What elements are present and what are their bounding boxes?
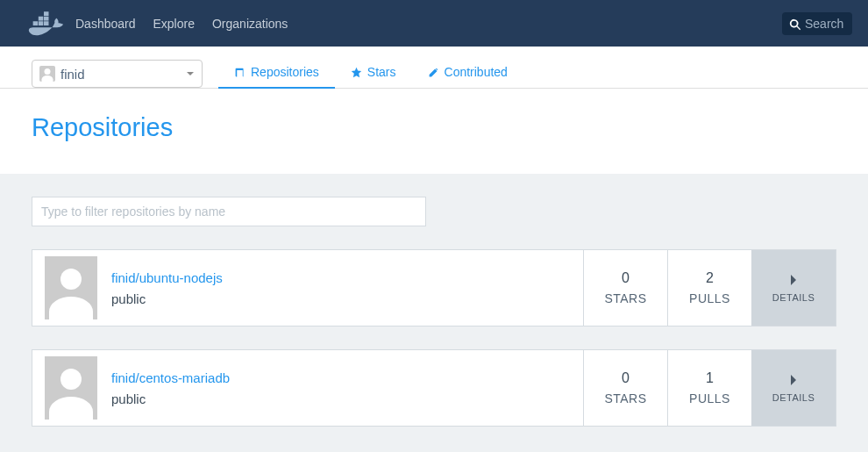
- page-heading: Repositories: [0, 89, 868, 174]
- stars-value: 0: [622, 270, 630, 286]
- repo-main: finid/centos-mariadb public: [32, 350, 583, 426]
- svg-rect-4: [44, 16, 49, 20]
- user-avatar-icon: [39, 66, 55, 82]
- details-button[interactable]: DETAILS: [751, 250, 836, 326]
- edit-icon: [428, 67, 439, 78]
- svg-rect-3: [39, 16, 44, 20]
- chevron-right-icon: [786, 373, 800, 387]
- repo-main: finid/ubuntu-nodejs public: [32, 250, 583, 326]
- details-label: DETAILS: [772, 392, 815, 403]
- nav-explore[interactable]: Explore: [153, 17, 195, 31]
- svg-rect-2: [44, 21, 49, 25]
- repo-visibility: public: [111, 391, 230, 406]
- nav-organizations[interactable]: Organizations: [212, 17, 288, 31]
- content-area: finid/ubuntu-nodejs public 0 STARS 2 PUL…: [0, 174, 868, 452]
- top-nav-links: Dashboard Explore Organizations: [75, 17, 288, 31]
- repo-card: finid/ubuntu-nodejs public 0 STARS 2 PUL…: [32, 249, 836, 326]
- stars-value: 0: [622, 370, 630, 386]
- pulls-label: PULLS: [689, 291, 730, 305]
- docker-logo[interactable]: [25, 8, 63, 39]
- filter-input[interactable]: [32, 197, 426, 226]
- stars-label: STARS: [604, 291, 646, 305]
- avatar: [45, 256, 97, 319]
- stat-stars: 0 STARS: [583, 250, 667, 326]
- pulls-label: PULLS: [689, 391, 730, 405]
- tab-contributed[interactable]: Contributed: [412, 57, 523, 89]
- details-label: DETAILS: [772, 292, 815, 303]
- svg-rect-0: [33, 21, 39, 25]
- tab-stars[interactable]: Stars: [335, 57, 412, 89]
- repo-name-link[interactable]: finid/centos-mariadb: [111, 370, 230, 385]
- sub-bar: finid Repositories Stars Contributed: [0, 47, 868, 89]
- stat-stars: 0 STARS: [583, 350, 667, 426]
- pulls-value: 2: [706, 270, 714, 286]
- user-name: finid: [60, 67, 186, 82]
- pulls-value: 1: [706, 370, 714, 386]
- tabs: Repositories Stars Contributed: [218, 56, 523, 88]
- tab-label: Stars: [367, 65, 396, 79]
- filter-row: [32, 197, 836, 226]
- search-wrap: [782, 12, 852, 35]
- book-icon: [234, 67, 245, 78]
- stat-pulls: 2 PULLS: [667, 250, 751, 326]
- chevron-right-icon: [786, 273, 800, 287]
- repo-card: finid/centos-mariadb public 0 STARS 1 PU…: [32, 349, 836, 427]
- tab-repositories[interactable]: Repositories: [218, 57, 335, 89]
- tab-label: Contributed: [445, 65, 508, 79]
- star-icon: [351, 67, 362, 78]
- svg-rect-1: [39, 21, 44, 25]
- repo-name-link[interactable]: finid/ubuntu-nodejs: [111, 270, 223, 285]
- repo-visibility: public: [111, 291, 223, 306]
- svg-rect-5: [44, 11, 49, 16]
- page-title: Repositories: [32, 113, 836, 142]
- avatar: [45, 356, 97, 420]
- stat-pulls: 1 PULLS: [667, 350, 751, 426]
- details-button[interactable]: DETAILS: [751, 350, 836, 426]
- tab-label: Repositories: [251, 65, 319, 79]
- search-input[interactable]: [782, 12, 852, 35]
- top-nav: Dashboard Explore Organizations: [0, 0, 868, 47]
- stars-label: STARS: [604, 391, 646, 405]
- caret-down-icon: [186, 66, 195, 82]
- nav-dashboard[interactable]: Dashboard: [75, 17, 136, 31]
- user-select[interactable]: finid: [32, 60, 203, 88]
